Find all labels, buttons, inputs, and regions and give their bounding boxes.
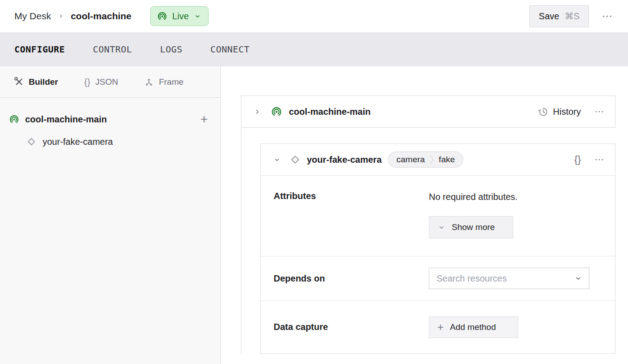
tab-logs[interactable]: LOGS bbox=[160, 44, 183, 55]
config-sidebar: Builder {} JSON Frame cool-machine-main … bbox=[0, 66, 221, 364]
data-capture-section-label: Data capture bbox=[274, 322, 429, 332]
topbar-overflow-menu-icon[interactable] bbox=[602, 11, 613, 22]
depends-on-section: Depends on bbox=[261, 256, 615, 300]
component-card-menu-icon[interactable] bbox=[594, 155, 604, 165]
tab-configure[interactable]: CONFIGURE bbox=[14, 44, 65, 55]
component-card-title: your-fake-camera bbox=[307, 155, 382, 165]
tab-connect[interactable]: CONNECT bbox=[210, 44, 250, 55]
broadcast-icon bbox=[271, 106, 282, 117]
add-method-button-label: Add method bbox=[450, 322, 496, 332]
save-button[interactable]: Save ⌘S bbox=[529, 5, 589, 27]
history-button[interactable]: History bbox=[538, 106, 581, 117]
frame-axes-icon bbox=[144, 77, 154, 87]
depends-on-combobox[interactable] bbox=[429, 268, 589, 289]
attributes-section-label: Attributes bbox=[274, 191, 429, 240]
resource-tree: cool-machine-main + your-fake-camera bbox=[0, 98, 220, 152]
broadcast-icon bbox=[9, 114, 19, 125]
top-bar: My Desk cool-machine Live Save ⌘S bbox=[0, 0, 628, 32]
chevron-down-icon bbox=[574, 274, 583, 283]
mode-tab-json-label: JSON bbox=[95, 77, 118, 87]
machine-nav-tabs: CONFIGURE CONTROL LOGS CONNECT bbox=[0, 32, 628, 66]
mode-tab-builder[interactable]: Builder bbox=[14, 77, 58, 87]
breadcrumb: My Desk cool-machine bbox=[14, 11, 131, 22]
history-button-label: History bbox=[553, 107, 581, 117]
save-button-label: Save bbox=[539, 11, 559, 22]
breadcrumb-chevron-icon bbox=[57, 13, 65, 20]
breadcrumb-root-link[interactable]: My Desk bbox=[14, 11, 51, 22]
tree-item-machine-part[interactable]: cool-machine-main + bbox=[0, 110, 220, 128]
tree-item-label: your-fake-camera bbox=[43, 137, 113, 147]
component-type-model-tag: camera fake bbox=[388, 152, 463, 168]
tree-item-camera[interactable]: your-fake-camera bbox=[0, 131, 220, 152]
broadcast-icon bbox=[157, 11, 167, 22]
tree-connector-line bbox=[241, 128, 241, 354]
tree-item-label: cool-machine-main bbox=[25, 114, 107, 125]
tab-control[interactable]: CONTROL bbox=[93, 44, 132, 55]
machine-name: cool-machine bbox=[71, 11, 131, 22]
diamond-icon bbox=[289, 154, 301, 165]
add-method-button[interactable]: + Add method bbox=[429, 316, 518, 338]
mode-tab-frame[interactable]: Frame bbox=[144, 77, 183, 87]
machine-part-card: cool-machine-main History bbox=[241, 95, 615, 128]
component-model-tag: fake bbox=[434, 155, 463, 165]
diamond-icon bbox=[26, 136, 37, 147]
attributes-section: Attributes No required attributes. Show … bbox=[261, 176, 615, 256]
save-shortcut-hint: ⌘S bbox=[565, 11, 580, 22]
component-card: your-fake-camera camera fake {} At bbox=[260, 143, 615, 354]
data-capture-section: Data capture + Add method bbox=[261, 300, 615, 353]
component-card-header: your-fake-camera camera fake {} bbox=[261, 144, 615, 176]
tools-icon bbox=[14, 77, 24, 87]
tag-divider-chevron-icon bbox=[429, 152, 434, 167]
history-clock-icon bbox=[538, 106, 549, 117]
mode-tab-json[interactable]: {} JSON bbox=[84, 77, 118, 87]
topbar-actions: Save ⌘S bbox=[529, 5, 613, 27]
part-card-title: cool-machine-main bbox=[289, 107, 371, 117]
show-more-button[interactable]: Show more bbox=[429, 216, 513, 238]
live-status-dropdown[interactable]: Live bbox=[150, 6, 209, 26]
search-resources-input[interactable] bbox=[436, 273, 574, 284]
collapse-toggle-icon[interactable] bbox=[253, 108, 262, 116]
show-more-button-label: Show more bbox=[452, 222, 495, 232]
mode-tab-builder-label: Builder bbox=[29, 77, 58, 87]
mode-tab-frame-label: Frame bbox=[159, 77, 183, 87]
part-card-menu-icon[interactable] bbox=[594, 107, 604, 117]
sidebar-mode-tabs: Builder {} JSON Frame bbox=[0, 66, 220, 98]
chevron-down-icon bbox=[437, 223, 446, 232]
live-status-label: Live bbox=[172, 11, 189, 22]
view-json-icon[interactable]: {} bbox=[574, 154, 581, 165]
component-type-tag: camera bbox=[388, 155, 429, 165]
collapse-toggle-icon[interactable] bbox=[273, 156, 281, 164]
plus-icon: + bbox=[437, 322, 444, 333]
content-area: Builder {} JSON Frame cool-machine-main … bbox=[0, 66, 628, 364]
braces-icon: {} bbox=[84, 77, 90, 87]
config-main-pane: cool-machine-main History bbox=[221, 66, 628, 364]
depends-on-section-label: Depends on bbox=[274, 273, 429, 284]
chevron-down-icon bbox=[194, 13, 201, 20]
add-resource-button[interactable]: + bbox=[201, 113, 208, 126]
attributes-empty-text: No required attributes. bbox=[429, 192, 518, 202]
